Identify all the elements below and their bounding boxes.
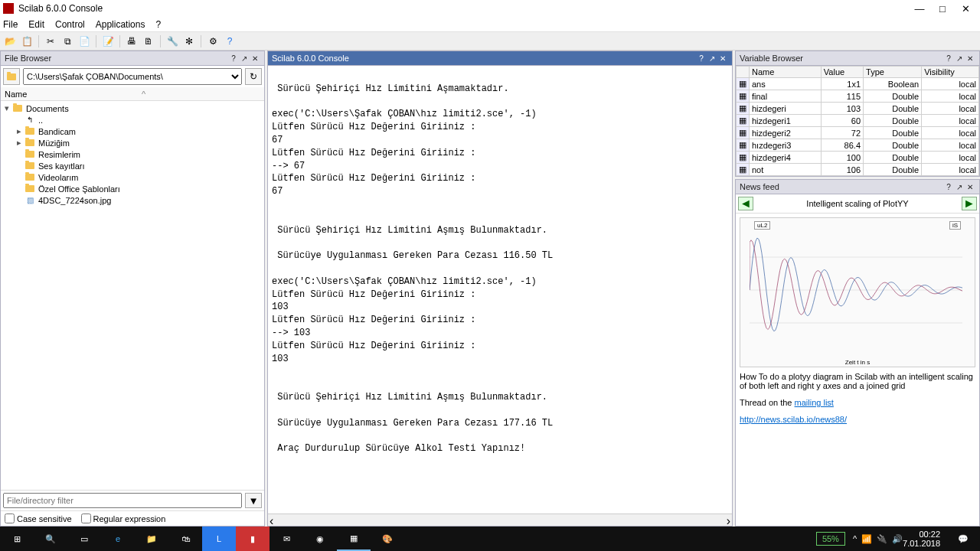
- scinotes-icon[interactable]: 📝: [101, 34, 115, 48]
- tree-item[interactable]: Ses kayıtları: [2, 160, 263, 171]
- news-feed-title: News feed ? ↗ ✕: [735, 179, 980, 194]
- atoms-icon[interactable]: 🔧: [165, 34, 179, 48]
- fb-close-icon[interactable]: ✕: [250, 54, 260, 63]
- con-undock-icon[interactable]: ↗: [707, 54, 717, 63]
- variable-row[interactable]: ▦hızdegeri386.4Doublelocal: [737, 139, 979, 152]
- tree-item[interactable]: Özel Office Şablonları: [2, 183, 263, 194]
- edge-icon[interactable]: e: [101, 527, 135, 551]
- menu-help[interactable]: ?: [155, 19, 161, 30]
- network-icon[interactable]: 📶: [861, 534, 872, 544]
- con-help-icon[interactable]: ?: [696, 54, 707, 63]
- tree-item[interactable]: Videolarım: [2, 171, 263, 183]
- paste-icon[interactable]: 📋: [20, 34, 34, 48]
- minimize-button[interactable]: —: [908, 3, 931, 15]
- page-icon[interactable]: 🗎: [142, 34, 155, 48]
- open-icon[interactable]: 📂: [3, 34, 17, 48]
- nf-undock-icon[interactable]: ↗: [954, 183, 965, 191]
- clock[interactable]: 00:22 7.01.2018: [903, 530, 946, 548]
- search-icon[interactable]: 🔍: [34, 527, 67, 551]
- refresh-button[interactable]: ↻: [245, 68, 262, 85]
- regex-checkbox[interactable]: Regular expression: [81, 514, 166, 523]
- store-icon[interactable]: 🛍: [168, 527, 202, 551]
- prefs-icon[interactable]: ⚙: [206, 34, 220, 48]
- notifications-icon[interactable]: 💬: [946, 527, 980, 551]
- paint-icon[interactable]: 🎨: [371, 527, 404, 551]
- news-url-link[interactable]: http://news.scilab.io/news88/: [740, 415, 847, 424]
- news-chart: uL2 iS Zeit t in s: [740, 217, 975, 367]
- tray-up-icon[interactable]: ^: [853, 534, 857, 543]
- taskview-icon[interactable]: ▭: [67, 527, 101, 551]
- start-button[interactable]: ⊞: [0, 527, 34, 551]
- nf-close-icon[interactable]: ✕: [965, 183, 975, 191]
- variable-row[interactable]: ▦hizdegeri160Doublelocal: [737, 115, 979, 127]
- tree-item[interactable]: Resimlerim: [2, 148, 263, 160]
- variable-table[interactable]: Name Value Type Visibility ▦ans1x1Boolea…: [736, 66, 979, 176]
- vb-undock-icon[interactable]: ↗: [954, 54, 965, 63]
- case-sensitive-checkbox[interactable]: Case sensitive: [5, 514, 72, 523]
- news-description: How To do a plotyy diagram in Scilab wit…: [740, 372, 975, 390]
- menu-applications[interactable]: Applications: [96, 19, 145, 30]
- chrome-icon[interactable]: ◉: [303, 527, 337, 551]
- tree-item[interactable]: ▾Documents: [2, 103, 263, 114]
- menu-file[interactable]: File: [3, 19, 18, 30]
- volume-icon[interactable]: 🔊: [892, 534, 903, 544]
- maximize-button[interactable]: □: [931, 3, 954, 15]
- copy-icon[interactable]: ⧉: [60, 34, 74, 48]
- tree-item[interactable]: ▸Müziğim: [2, 137, 263, 148]
- paste2-icon[interactable]: 📄: [77, 34, 91, 48]
- file-tree[interactable]: ▾Documents↰..▸Bandicam▸MüziğimResimlerim…: [1, 101, 264, 490]
- news-prev-button[interactable]: ◄: [738, 197, 753, 210]
- news-headline: Intelligent scaling of PlotYY: [753, 199, 962, 208]
- app-red-icon[interactable]: ▮: [236, 527, 270, 551]
- vb-help-icon[interactable]: ?: [943, 54, 954, 63]
- mailing-list-link[interactable]: mailing list: [795, 398, 834, 407]
- variable-row[interactable]: ▦hizdegeri4100Doublelocal: [737, 152, 979, 164]
- window-title: Scilab 6.0.0 Console: [18, 3, 103, 14]
- toolbar: 📂 📋 ✂ ⧉ 📄 📝 🖶 🗎 🔧 ✻ ⚙ ?: [0, 32, 980, 51]
- filter-input[interactable]: [3, 493, 242, 508]
- console-output[interactable]: Sürücü Şehiriçi Hız Limitini Aşmamaktadı…: [268, 66, 732, 514]
- file-browser-title: File Browser ? ↗ ✕: [0, 51, 265, 66]
- app-l-icon[interactable]: L: [202, 527, 236, 551]
- variable-row[interactable]: ▦hizdegeri103Doublelocal: [737, 103, 979, 115]
- variable-row[interactable]: ▦hizdegeri272Doublelocal: [737, 127, 979, 139]
- app-icon: [3, 3, 14, 14]
- print-icon[interactable]: 🖶: [125, 34, 139, 48]
- help-icon[interactable]: ?: [223, 34, 237, 48]
- horizontal-scrollbar[interactable]: ‹›: [268, 514, 732, 526]
- con-close-icon[interactable]: ✕: [717, 54, 728, 63]
- console-title: Scilab 6.0.0 Console ? ↗ ✕: [267, 51, 733, 66]
- up-folder-button[interactable]: [3, 68, 20, 85]
- variable-row[interactable]: ▦not106Doublelocal: [737, 164, 979, 176]
- variable-browser-title: Variable Browser ? ↗ ✕: [735, 51, 980, 66]
- close-button[interactable]: ✕: [954, 3, 977, 15]
- scilab-task-icon[interactable]: ▦: [337, 527, 371, 551]
- tree-item[interactable]: ▸Bandicam: [2, 126, 263, 137]
- cut-icon[interactable]: ✂: [44, 34, 57, 48]
- explorer-icon[interactable]: 📁: [135, 527, 168, 551]
- nf-help-icon[interactable]: ?: [943, 183, 954, 191]
- tree-item[interactable]: ↰..: [2, 114, 263, 126]
- menu-control[interactable]: Control: [55, 19, 85, 30]
- tree-item[interactable]: ▧4DSC_7224son.jpg: [2, 194, 263, 206]
- menu-edit[interactable]: Edit: [28, 19, 44, 30]
- news-next-button[interactable]: ►: [962, 197, 977, 210]
- column-header-name[interactable]: Name ^: [1, 87, 264, 101]
- power-icon[interactable]: 🔌: [877, 534, 887, 544]
- fb-undock-icon[interactable]: ↗: [239, 54, 250, 63]
- variable-row[interactable]: ▦final115Doublelocal: [737, 90, 979, 103]
- variable-row[interactable]: ▦ans1x1Booleanlocal: [737, 78, 979, 90]
- mail-icon[interactable]: ✉: [270, 527, 303, 551]
- path-select[interactable]: C:\Users\Şafak ÇOBAN\Documents\: [23, 68, 242, 85]
- battery-indicator[interactable]: 55%: [816, 532, 845, 546]
- fb-help-icon[interactable]: ?: [228, 54, 239, 63]
- menubar: File Edit Control Applications ?: [0, 17, 980, 32]
- vb-close-icon[interactable]: ✕: [965, 54, 975, 63]
- window-titlebar: Scilab 6.0.0 Console — □ ✕: [0, 0, 980, 17]
- taskbar: ⊞ 🔍 ▭ e 📁 🛍 L ▮ ✉ ◉ ▦ 🎨 55% ^ 📶 🔌 🔊 00:2…: [0, 527, 980, 551]
- filter-button[interactable]: ▼: [245, 493, 262, 508]
- xcos-icon[interactable]: ✻: [182, 34, 196, 48]
